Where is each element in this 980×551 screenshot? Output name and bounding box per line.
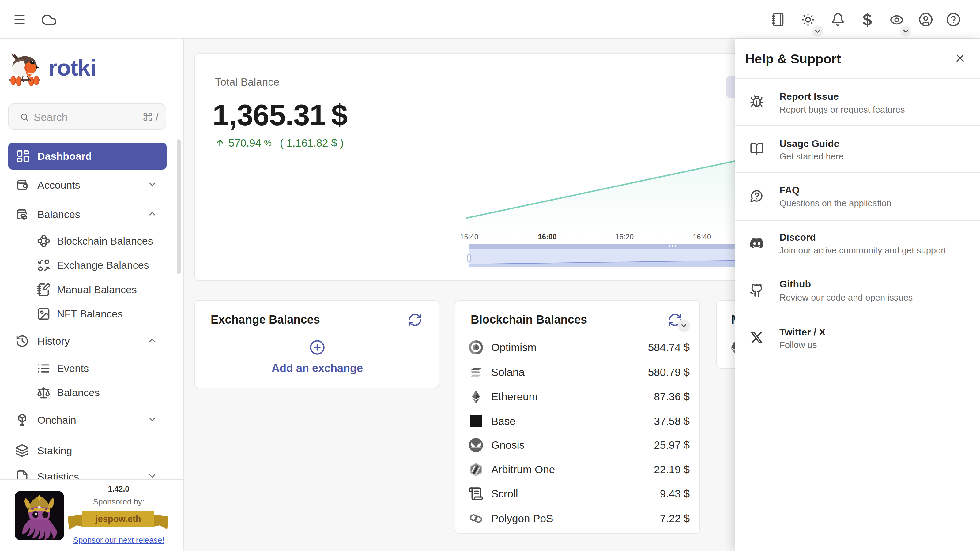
svg-text:jespow.eth: jespow.eth xyxy=(95,514,141,524)
